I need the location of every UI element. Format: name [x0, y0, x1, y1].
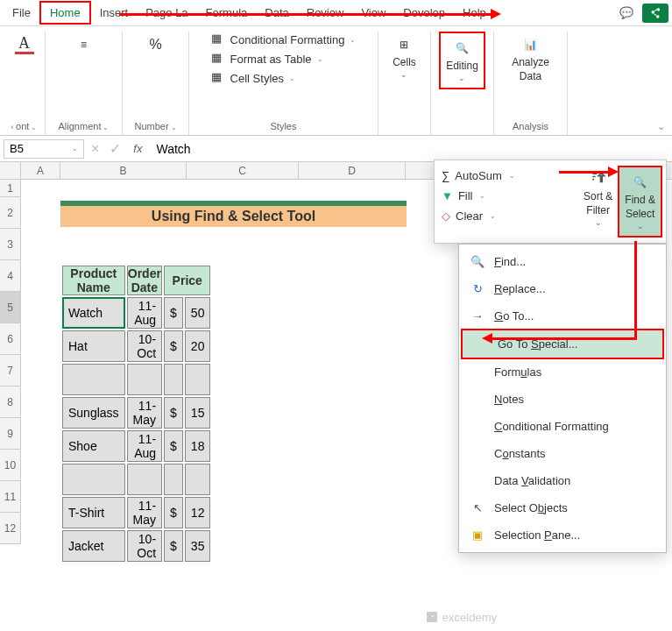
header-product[interactable]: Product Name	[62, 266, 125, 295]
autosum-button[interactable]: ∑AutoSum⌄	[442, 169, 577, 182]
formula-input[interactable]	[151, 139, 668, 159]
tab-home[interactable]: Home	[39, 1, 91, 25]
number-label: Number	[134, 121, 168, 131]
menu-constants[interactable]: Constants	[459, 440, 666, 467]
fill-button[interactable]: ▼Fill⌄	[442, 189, 577, 202]
col-header-b[interactable]: B	[60, 162, 187, 179]
tab-developer[interactable]: Develop	[394, 3, 454, 23]
table-row[interactable]: Sunglass11-May$15	[62, 397, 210, 429]
row-header[interactable]: 4	[0, 260, 21, 292]
format-as-table-button[interactable]: ▦Format as Table⌄	[211, 51, 357, 67]
table-row[interactable]: Hat10-Oct$20	[62, 330, 210, 362]
tab-data[interactable]: Data	[256, 3, 297, 23]
row-header[interactable]: 12	[0, 513, 21, 544]
row-header[interactable]: 6	[0, 323, 21, 355]
row-header[interactable]: 10	[0, 450, 21, 481]
ribbon: A ‹ ont⌄ ≡ Alignment⌄ % Number⌄ ▦Conditi…	[0, 26, 672, 136]
tab-view[interactable]: View	[352, 3, 394, 23]
row-header[interactable]: 5	[0, 292, 21, 323]
menu-selectobjects[interactable]: ↖Select Objects	[459, 494, 666, 521]
analyze-data-button[interactable]: 📊AnalyzeData	[508, 32, 553, 86]
find-select-menu: 🔍Find... ↻Replace... →Go To... Go To Spe…	[458, 244, 667, 553]
cells-button[interactable]: ⊞Cells⌄	[389, 32, 420, 82]
header-price[interactable]: Price	[164, 266, 210, 295]
formula-bar: B5⌄ ×✓ fx	[0, 136, 672, 162]
tab-insert[interactable]: Insert	[91, 3, 138, 23]
editing-dropdown-panel: ∑AutoSum⌄ ▼Fill⌄ ◇Clear⌄ Sort &Filter⌄ 🔍…	[434, 160, 667, 244]
row-header[interactable]: 1	[0, 180, 21, 197]
row-header[interactable]: 2	[0, 197, 21, 229]
number-group[interactable]: %	[143, 32, 169, 58]
row-header[interactable]: 3	[0, 229, 21, 260]
data-table: Product Name Order Date Price Watch11-Au…	[60, 264, 212, 564]
menu-notes[interactable]: Notes	[459, 386, 666, 413]
comments-icon[interactable]: 💬	[614, 4, 639, 23]
table-row[interactable]: T-Shirt11-May$12	[62, 497, 210, 528]
menu-goto[interactable]: →Go To...	[459, 302, 666, 330]
font-group[interactable]: A	[11, 32, 38, 58]
share-button[interactable]	[642, 4, 668, 23]
col-header-d[interactable]: D	[299, 162, 406, 179]
table-row[interactable]: Jacket10-Oct$35	[62, 530, 210, 562]
menu-dataval[interactable]: Data Validation	[459, 467, 666, 494]
ribbon-expand-icon[interactable]: ⌄	[657, 121, 665, 132]
col-header-c[interactable]: C	[187, 162, 299, 179]
menu-condfmt[interactable]: Conditional Formatting	[459, 413, 666, 440]
tab-pagelayout[interactable]: Page La	[137, 3, 196, 23]
title-band: Using Find & Select Tool	[60, 201, 407, 227]
alignment-label: Alignment	[59, 121, 102, 131]
arrow-head-1	[491, 9, 501, 19]
editing-button[interactable]: 🔍Editing⌄	[442, 35, 482, 86]
tab-review[interactable]: Review	[298, 3, 353, 23]
tab-file[interactable]: File	[4, 3, 39, 23]
menu-selectionpane[interactable]: ▣Selection Pane...	[459, 521, 666, 549]
styles-label: Styles	[271, 119, 297, 135]
find-select-button[interactable]: 🔍 Find &Select⌄	[621, 169, 659, 234]
menu-tabs: File Home Insert Page La Formula Data Re…	[0, 0, 672, 26]
watermark: exceldemy	[425, 610, 497, 624]
menu-replace[interactable]: ↻Replace...	[459, 275, 666, 302]
row-header[interactable]: 8	[0, 386, 21, 418]
alignment-group[interactable]: ≡	[71, 32, 97, 58]
clear-button[interactable]: ◇Clear⌄	[442, 209, 577, 223]
row-header[interactable]: 11	[0, 481, 21, 513]
row-header[interactable]: 7	[0, 355, 21, 386]
table-row[interactable]: Shoe11-Aug$18	[62, 430, 210, 462]
arrow-head-2	[608, 167, 619, 177]
menu-find[interactable]: 🔍Find...	[459, 248, 666, 275]
table-row[interactable]: Watch11-Aug$50	[62, 297, 210, 329]
select-all-corner[interactable]	[0, 162, 21, 179]
col-header-a[interactable]: A	[21, 162, 60, 179]
fx-icon[interactable]: fx	[128, 142, 147, 155]
cell-styles-button[interactable]: ▦Cell Styles⌄	[211, 70, 357, 86]
tab-help[interactable]: Help	[454, 3, 495, 23]
conditional-formatting-button[interactable]: ▦Conditional Formatting⌄	[211, 32, 357, 47]
name-box[interactable]: B5⌄	[4, 139, 84, 159]
font-label: ont	[16, 121, 29, 131]
table-row[interactable]	[62, 364, 210, 395]
table-row[interactable]	[62, 464, 210, 495]
analysis-label: Analysis	[513, 119, 548, 135]
arrow-head-3	[482, 333, 492, 344]
menu-formulas[interactable]: Formulas	[459, 358, 666, 386]
header-orderdate[interactable]: Order Date	[127, 266, 162, 295]
row-header[interactable]: 9	[0, 418, 21, 450]
tab-formulas[interactable]: Formula	[197, 3, 257, 23]
